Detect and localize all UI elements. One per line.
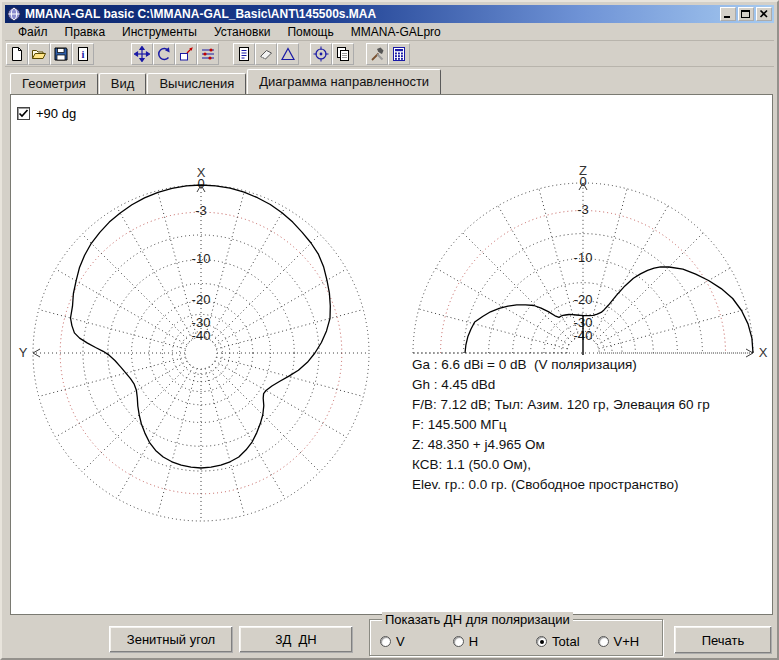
move-element-button[interactable] xyxy=(131,43,153,65)
menu-setup[interactable]: Установки xyxy=(208,24,276,40)
radio-h-label: H xyxy=(469,634,478,649)
minimize-icon xyxy=(723,9,733,19)
scale-element-button[interactable] xyxy=(175,43,197,65)
title-bar[interactable]: MMANA-GAL basic C:\MMANA-GAL_Basic\ANT\1… xyxy=(5,5,774,23)
stat-elevation: Elev. гр.: 0.0 гр. (Свободное пространст… xyxy=(412,475,768,495)
menu-bar: Файл Правка Инструменты Установки Помощь… xyxy=(5,24,774,41)
menu-file[interactable]: Файл xyxy=(12,24,54,40)
toolbar: i xyxy=(5,42,774,67)
open-file-button[interactable] xyxy=(28,43,50,65)
print-button[interactable]: Печать xyxy=(674,626,772,654)
info-icon: i xyxy=(75,46,91,62)
minimize-button[interactable] xyxy=(720,7,736,21)
close-button[interactable] xyxy=(756,7,772,21)
svg-text:-10: -10 xyxy=(574,250,593,265)
triangle-icon xyxy=(280,46,296,62)
app-icon xyxy=(7,7,21,21)
radio-v-plus-h-label: V+H xyxy=(614,634,640,649)
description-button[interactable] xyxy=(233,43,255,65)
menu-tools[interactable]: Инструменты xyxy=(116,24,203,40)
svg-text:-20: -20 xyxy=(574,292,593,307)
tab-radiation-pattern[interactable]: Диаграмма направленности xyxy=(247,69,441,94)
antenna-stats-block: Ga : 6.6 dBi = 0 dB (V поляризация) Gh :… xyxy=(412,355,768,495)
radio-v-plus-h[interactable] xyxy=(598,636,609,647)
azimuth-polar-plot: 0-3-10-20-30-40XY xyxy=(19,165,369,521)
move-icon xyxy=(134,46,150,62)
radio-total-label: Total xyxy=(552,634,579,649)
stat-swr: КСВ: 1.1 (50.0 Ом), xyxy=(412,455,768,475)
svg-text:-40: -40 xyxy=(192,328,211,343)
new-file-button[interactable] xyxy=(6,43,28,65)
save-icon xyxy=(53,46,69,62)
erase-button[interactable] xyxy=(255,43,277,65)
maximize-icon xyxy=(741,9,751,19)
tab-calculations[interactable]: Вычисления xyxy=(147,73,246,94)
svg-text:Y: Y xyxy=(19,345,28,360)
stat-impedance: Z: 48.350 + j4.965 Ом xyxy=(412,435,768,455)
stat-front-to-back: F/B: 7.12 dB; Тыл: Азим. 120 гр, Элеваци… xyxy=(412,395,768,415)
save-button[interactable] xyxy=(50,43,72,65)
polarization-radio-row: V H Total V+H xyxy=(380,634,656,649)
maximize-button[interactable] xyxy=(738,7,754,21)
app-window: MMANA-GAL basic C:\MMANA-GAL_Basic\ANT\1… xyxy=(0,0,779,660)
window-title: MMANA-GAL basic C:\MMANA-GAL_Basic\ANT\1… xyxy=(25,7,718,21)
radio-v[interactable] xyxy=(380,636,391,647)
wire-edit-icon xyxy=(200,46,216,62)
eraser-icon xyxy=(258,46,274,62)
rotate-icon xyxy=(156,46,172,62)
svg-text:-10: -10 xyxy=(192,251,211,266)
footer-bar: Зенитный угол 3Д ДН Показать ДН для поля… xyxy=(5,615,774,657)
checkmark-icon xyxy=(18,108,29,119)
svg-text:X: X xyxy=(197,165,206,180)
info-button[interactable]: i xyxy=(72,43,94,65)
new-file-icon xyxy=(9,46,25,62)
copy-button[interactable] xyxy=(332,43,354,65)
tab-geometry[interactable]: Геометрия xyxy=(10,73,98,94)
radio-v-label: V xyxy=(396,634,405,649)
rotate-element-button[interactable] xyxy=(153,43,175,65)
stat-frequency: F: 145.500 МГц xyxy=(412,415,768,435)
calculate-button[interactable] xyxy=(388,43,410,65)
calculator-icon xyxy=(391,46,407,62)
plus90-checkbox[interactable] xyxy=(17,107,30,120)
target-icon xyxy=(313,46,329,62)
svg-text:i: i xyxy=(82,49,85,60)
menu-mmana-galpro[interactable]: MMANA-GALpro xyxy=(345,24,447,40)
tools-icon xyxy=(369,46,385,62)
resize-window-icon xyxy=(178,46,194,62)
copy-icon xyxy=(335,46,351,62)
svg-text:-3: -3 xyxy=(195,203,207,218)
radio-total[interactable] xyxy=(536,636,547,647)
plus90-checkbox-row: +90 dg xyxy=(17,106,76,121)
pattern-view: 0-3-10-20-30-40XY 0-3-10-20-30-40ZX +90 … xyxy=(10,94,773,615)
wire-edit-button[interactable] xyxy=(197,43,219,65)
polarization-groupbox-label: Показать ДН для поляризации xyxy=(382,612,573,627)
menu-help[interactable]: Помощь xyxy=(281,24,339,40)
svg-text:Z: Z xyxy=(579,163,587,178)
svg-text:-20: -20 xyxy=(192,292,211,307)
tab-view[interactable]: Вид xyxy=(99,73,147,94)
zenith-angle-button[interactable]: Зенитный угол xyxy=(109,626,233,653)
plus90-checkbox-label: +90 dg xyxy=(36,106,76,121)
menu-edit[interactable]: Правка xyxy=(59,24,112,40)
options-button[interactable] xyxy=(366,43,388,65)
polarization-groupbox: Показать ДН для поляризации V H Total V+… xyxy=(369,619,663,656)
elevation-polar-plot: 0-3-10-20-30-40ZX xyxy=(413,163,768,360)
radio-h[interactable] xyxy=(453,636,464,647)
open-folder-icon xyxy=(31,46,47,62)
stat-gain-dbd: Gh : 4.45 dBd xyxy=(412,375,768,395)
notes-icon xyxy=(236,46,252,62)
triangle-tool-button[interactable] xyxy=(277,43,299,65)
center-view-button[interactable] xyxy=(310,43,332,65)
pattern-3d-button[interactable]: 3Д ДН xyxy=(239,626,353,653)
close-icon xyxy=(759,9,769,19)
tab-strip: Геометрия Вид Вычисления Диаграмма напра… xyxy=(5,68,774,94)
svg-text:-3: -3 xyxy=(577,202,589,217)
stat-gain-dbi: Ga : 6.6 dBi = 0 dB (V поляризация) xyxy=(412,355,768,375)
